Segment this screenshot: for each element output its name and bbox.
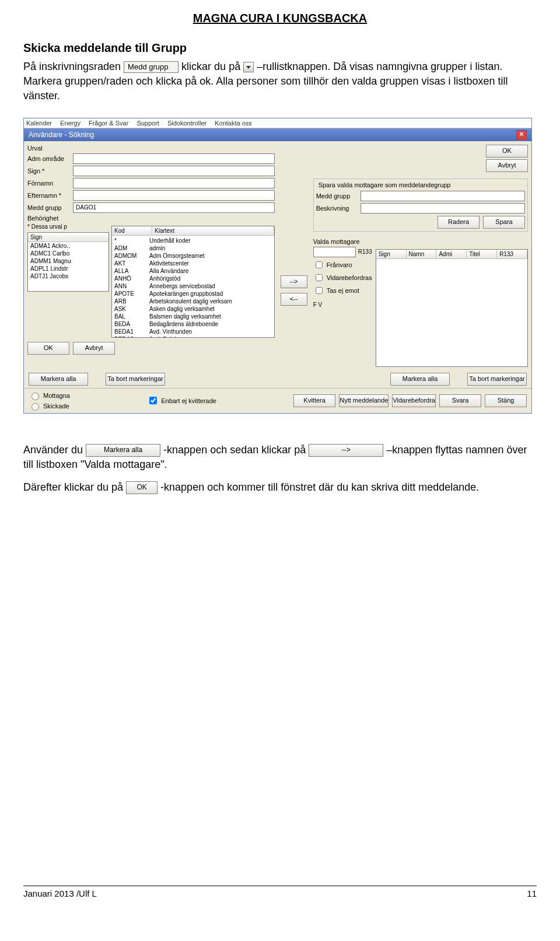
mottagna-radio[interactable] (32, 393, 39, 400)
list-item[interactable]: AKTAktivitetscenter (112, 260, 274, 267)
sign-input[interactable] (73, 166, 275, 176)
section-title: Skicka meddelande till Grupp (23, 41, 537, 55)
stang-button[interactable]: Stäng (485, 394, 527, 407)
list-item[interactable]: ASKAsken daglig verksamhet (112, 305, 274, 313)
paragraph-3: Därefter klickar du på OK -knappen och k… (23, 480, 537, 495)
medd-input[interactable]: DAGO1 (73, 202, 275, 213)
label-fornamn: Förnamn (27, 180, 69, 187)
col-r133: R133 (497, 250, 527, 258)
p3-b: -knappen och kommer till fönstret där du… (160, 481, 479, 493)
col-admi: Admi (436, 250, 467, 258)
efternamn-input[interactable] (73, 190, 275, 201)
adm-input[interactable] (73, 153, 275, 164)
label-urval: Urval (27, 145, 69, 152)
list-item[interactable]: ADMM1 Magnu (28, 257, 108, 265)
radera-button[interactable]: Radera (438, 216, 480, 229)
tasejemot-checkbox[interactable] (316, 287, 323, 294)
valda-mottagare-listbox[interactable]: Sign Namn Admi Titel R133 (376, 249, 528, 367)
fornamn-input[interactable] (73, 178, 275, 188)
kvittera-button[interactable]: Kvittera (293, 394, 335, 407)
list-item[interactable]: ADPL1 Lindstr (28, 265, 108, 272)
list-item[interactable]: ADMC1 Carlbo (28, 250, 108, 257)
footer-left: Januari 2013 /Ulf L (23, 888, 97, 898)
avbryt-button[interactable]: Avbryt (73, 342, 115, 355)
inline-ok-button: OK (126, 481, 158, 494)
label-beskrivning: Beskrivning (316, 205, 357, 212)
menu-item[interactable]: Support (136, 120, 159, 127)
inline-arrow-button: --> (309, 444, 383, 457)
label-dessa: * Dessa urval p (27, 223, 109, 230)
list-item[interactable]: BEDA1Avd. Vinthunden (112, 328, 274, 335)
dropdown-icon (243, 62, 254, 72)
list-item[interactable]: ADMadmin (112, 244, 274, 252)
vidare-label: Vidarebefordras (327, 274, 372, 281)
list-item[interactable]: APOTEApotekarängen gruppbostad (112, 290, 274, 298)
move-right-button[interactable]: --> (281, 275, 307, 288)
label-sign: Sign * (27, 167, 69, 174)
ok-button[interactable]: OK (27, 342, 69, 355)
skickade-label: Skickade (43, 403, 69, 410)
p1-a: På inskrivningsraden (23, 61, 124, 72)
list-item[interactable]: ADMA1 Ackro.. (28, 242, 108, 250)
kod-listbox[interactable]: Kod Klartext *Underhåll koderADMadminADM… (111, 226, 275, 338)
list-item[interactable]: ARBArbetskonsulent daglig verksam (112, 298, 274, 305)
list-item[interactable]: ALLAAlla Användare (112, 267, 274, 275)
col-namn: Namn (407, 250, 437, 258)
inline-markera-alla-button: Markera alla (86, 444, 160, 457)
list-item[interactable]: ANHÖAnhörigstöd (112, 275, 274, 282)
window-title: Användare - Sökning (29, 131, 94, 139)
paragraph-2: Använder du Markera alla -knappen och se… (23, 443, 537, 472)
vidarebefordra-button[interactable]: Vidarebefordra (392, 394, 436, 407)
col-titel: Titel (467, 250, 497, 258)
tabort-right-button[interactable]: Ta bort markeringar (467, 373, 527, 386)
window-titlebar: Användare - Sökning × (24, 128, 531, 141)
close-icon[interactable]: × (516, 130, 527, 139)
p2-a: Använder du (23, 444, 86, 456)
menu-item[interactable]: Sidokontroller (167, 120, 206, 127)
inline-medd-grupp-field: Medd grupp (124, 61, 178, 73)
fv-label: F V (313, 302, 372, 308)
list-item[interactable]: BALBalsmen daglig verksamhet (112, 313, 274, 320)
list-item[interactable]: *Underhåll koder (112, 237, 274, 244)
franvaro-checkbox[interactable] (316, 261, 323, 268)
menubar: Kalender Energy Frågor & Svar Support Si… (24, 118, 531, 128)
menu-item[interactable]: Kontakta oss (215, 120, 252, 127)
r133-input[interactable] (313, 247, 356, 257)
enbart-label: Enbart ej kvitterade (161, 397, 216, 404)
col-kod: Kod (112, 226, 152, 235)
beskrivning-input[interactable] (360, 203, 525, 214)
svara-button[interactable]: Svara (439, 394, 481, 407)
list-item[interactable]: ADMOMAdm Omsorgsteamet (112, 252, 274, 260)
medd-grupp-input[interactable] (360, 191, 525, 201)
list-item[interactable]: ANNAnnebergs servicebostad (112, 282, 274, 290)
list-item[interactable]: ADTJ1 Jacobs (28, 272, 108, 280)
col-klartext: Klartext (152, 226, 274, 235)
nytt-meddelande-button[interactable]: Nytt meddelande (339, 394, 388, 407)
menu-item[interactable]: Energy (60, 120, 80, 127)
label-efternamn: Efternamn * (27, 192, 69, 199)
menu-item[interactable]: Kalender (26, 120, 52, 127)
menu-item[interactable]: Frågor & Svar (89, 120, 128, 127)
tabort-left-button[interactable]: Ta bort markeringar (106, 373, 165, 386)
valda-mottagare-label: Valda mottagare (313, 238, 528, 245)
vidarebefordras-checkbox[interactable] (316, 274, 323, 281)
tasej-label: Tas ej emot (327, 287, 359, 294)
p3-a: Därefter klickar du på (23, 481, 126, 493)
markera-alla-right-button[interactable]: Markera alla (390, 373, 450, 386)
enbart-checkbox[interactable] (149, 397, 157, 404)
embedded-app-screenshot: Kalender Energy Frågor & Svar Support Si… (23, 118, 532, 414)
list-item[interactable]: BEDABedagårdens äldreboende (112, 320, 274, 328)
move-left-button[interactable]: <-- (281, 293, 307, 306)
skickade-radio[interactable] (32, 403, 39, 411)
list-item[interactable]: BEDA2Avd. Galejan (112, 335, 274, 338)
ok-button-right[interactable]: OK (486, 145, 528, 158)
markera-alla-left-button[interactable]: Markera alla (29, 373, 88, 386)
avbryt-button-right[interactable]: Avbryt (486, 159, 528, 172)
label-behorighet: Behörighet (27, 215, 69, 222)
sign-listbox[interactable]: Sign ADMA1 Ackro.. ADMC1 Carlbo ADMM1 Ma… (27, 232, 109, 292)
p2-b: -knappen och sedan klickar på (163, 444, 309, 456)
sign-list-header: Sign (28, 233, 108, 242)
spara-button[interactable]: Spara (483, 216, 525, 229)
label-adm: Adm område (27, 155, 69, 162)
col-sign: Sign (376, 250, 407, 258)
